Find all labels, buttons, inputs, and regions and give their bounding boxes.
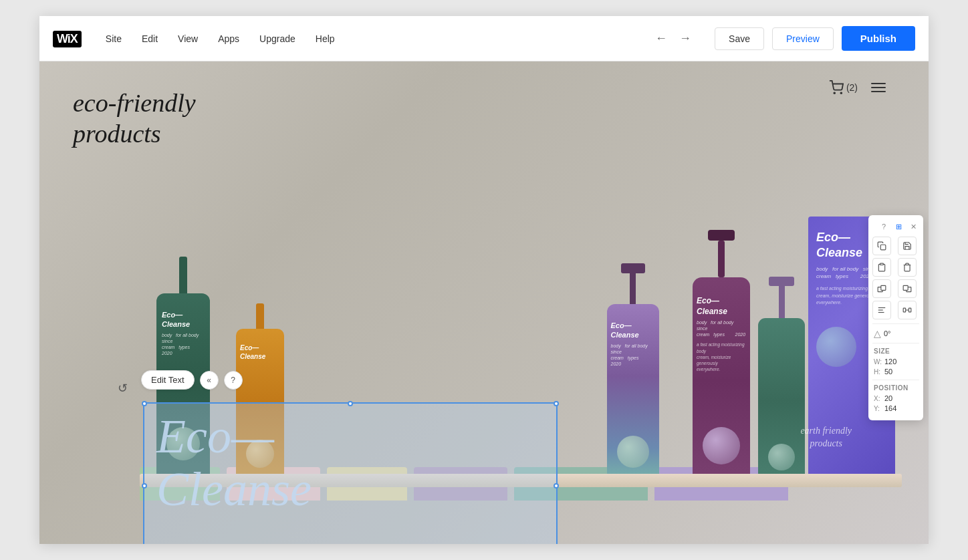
svg-rect-12 <box>909 308 911 312</box>
panel-divider-1 <box>872 323 919 324</box>
panel-header: ? ⊞ ✕ <box>872 221 919 233</box>
hamburger-line-1 <box>871 83 886 84</box>
pos-y-row: Y: 164 <box>874 404 918 412</box>
align-btn[interactable] <box>872 301 891 319</box>
save-button[interactable]: Save <box>715 27 764 50</box>
angle-section: △ 0° <box>872 328 919 339</box>
size-h-row: H: 50 <box>874 368 918 376</box>
svg-rect-3 <box>880 263 884 265</box>
cart-icon[interactable]: (2) <box>829 80 858 95</box>
cart-count: (2) <box>846 82 858 93</box>
nav-upgrade[interactable]: Upgrade <box>251 29 304 48</box>
x-value: 20 <box>884 394 892 402</box>
angle-value: 0° <box>884 329 891 337</box>
reset-icon-wrap: ↺ <box>113 379 132 398</box>
x-label: X: <box>874 395 882 402</box>
nav-menu: Site Edit View Apps Upgrade Help <box>98 29 650 48</box>
help-button[interactable]: ? <box>224 371 243 390</box>
y-label: Y: <box>874 405 882 412</box>
bottle-purple-gradient: Eco— Cleanse body for all body sincecrea… <box>604 263 661 484</box>
svg-rect-7 <box>903 285 908 290</box>
w-value: 120 <box>884 358 896 366</box>
nav-site[interactable]: Site <box>98 29 130 48</box>
preview-button[interactable]: Preview <box>772 27 834 50</box>
undo-button[interactable]: ← <box>650 28 672 49</box>
canvas[interactable]: eco-friendly products (2) <box>39 61 929 544</box>
h-value: 50 <box>884 368 892 376</box>
svg-rect-5 <box>881 285 886 290</box>
size-section: Size W: 120 H: 50 <box>872 347 919 376</box>
redo-button[interactable]: → <box>675 28 696 49</box>
nav-apps[interactable]: Apps <box>210 29 247 48</box>
handle-middle-right[interactable] <box>554 483 559 488</box>
bottle-green2 <box>755 277 808 484</box>
cart-area: (2) <box>829 80 888 95</box>
svg-rect-2 <box>880 245 886 250</box>
panel-row-1 <box>872 237 919 255</box>
eco-friendly-title: eco-friendly products <box>73 88 196 149</box>
earth-friendly-text: earth friendly products <box>800 424 852 450</box>
undo-redo-group: ← → <box>650 28 696 49</box>
svg-point-0 <box>834 92 835 94</box>
properties-panel: ? ⊞ ✕ <box>868 215 923 420</box>
position-section: Position X: 20 Y: 164 <box>872 384 919 412</box>
panel-question-icon[interactable]: ? <box>878 221 890 233</box>
delete-btn[interactable] <box>898 258 917 277</box>
y-value: 164 <box>884 404 896 412</box>
bottle-purple-tall: Eco— Cleanse body for all body sincecrea… <box>688 230 755 484</box>
panel-close-icon[interactable]: ✕ <box>907 221 919 233</box>
handle-top-left[interactable] <box>142 401 147 406</box>
panel-divider-3 <box>872 380 919 380</box>
save-to-library-btn[interactable] <box>898 237 917 255</box>
distribute-btn[interactable] <box>898 301 917 319</box>
panel-row-3 <box>872 279 919 298</box>
nav-view[interactable]: View <box>170 29 206 48</box>
panel-row-2 <box>872 258 919 277</box>
hamburger-line-3 <box>871 91 886 92</box>
svg-rect-11 <box>903 308 906 312</box>
edit-text-toolbar: Edit Text « ? <box>141 370 243 390</box>
size-w-row: W: 120 <box>874 358 918 366</box>
text-selection-box[interactable] <box>143 402 558 544</box>
w-label: W: <box>874 358 882 366</box>
panel-row-4 <box>872 301 919 319</box>
position-label: Position <box>874 384 918 392</box>
edit-text-button[interactable]: Edit Text <box>141 370 195 390</box>
size-label: Size <box>874 347 918 355</box>
hamburger-line-2 <box>871 87 886 88</box>
publish-button[interactable]: Publish <box>842 26 915 51</box>
wix-logo: WiX <box>53 29 82 47</box>
pos-x-row: X: 20 <box>874 394 918 402</box>
double-arrow-button[interactable]: « <box>200 371 219 390</box>
nav-help[interactable]: Help <box>308 29 343 48</box>
handle-top-middle[interactable] <box>348 401 353 406</box>
paste-style-btn[interactable] <box>872 258 891 277</box>
nav-edit[interactable]: Edit <box>134 29 166 48</box>
copy-btn[interactable] <box>872 237 891 255</box>
h-label: H: <box>874 368 882 376</box>
move-front-btn[interactable] <box>872 279 891 298</box>
move-back-btn[interactable] <box>898 279 917 298</box>
panel-grid-icon[interactable]: ⊞ <box>892 221 904 233</box>
panel-divider-2 <box>872 343 919 343</box>
topbar-actions: ← → Save Preview Publish <box>650 26 915 51</box>
angle-icon: △ <box>874 328 881 339</box>
svg-point-1 <box>840 92 842 94</box>
handle-top-right[interactable] <box>554 401 559 406</box>
hamburger-menu-icon[interactable] <box>868 80 888 95</box>
canvas-area: eco-friendly products (2) <box>39 61 929 544</box>
handle-middle-left[interactable] <box>142 483 147 488</box>
reset-icon[interactable]: ↺ <box>113 379 132 398</box>
topbar: WiX Site Edit View Apps Upgrade Help ← →… <box>39 16 929 61</box>
